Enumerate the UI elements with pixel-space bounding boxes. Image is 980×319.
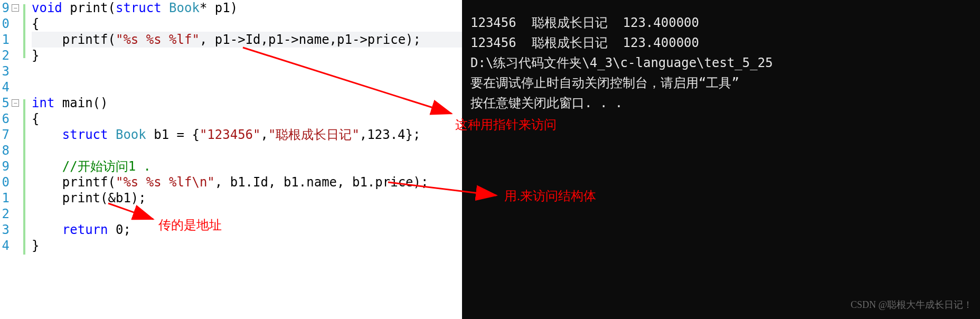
console-line: 123456 聪根成长日记 123.400000 [470,13,972,33]
code-line[interactable]: //开始访问1 . [32,158,462,174]
line-number: 4 [0,238,10,254]
line-number-gutter: 9 0 1 2 3 4 5 6 7 8 9 0 1 2 3 4 [0,0,10,319]
line-number: 2 [0,206,10,222]
console-line: D:\练习代码文件夹\4_3\c-language\test_5_25 [470,53,972,73]
code-line[interactable]: void print(struct Book* p1) [32,0,462,16]
console-line: 要在调试停止时自动关闭控制台，请启用“工具” [470,73,972,93]
code-area[interactable]: void print(struct Book* p1) { printf("%s… [32,0,462,319]
code-line[interactable]: { [32,111,462,127]
line-number: 1 [0,190,10,206]
fold-toggle-icon[interactable]: − [12,99,19,107]
code-editor[interactable]: 9 0 1 2 3 4 5 6 7 8 9 0 1 2 3 4 − − void… [0,0,462,319]
console-output[interactable]: 123456 聪根成长日记 123.400000 123456 聪根成长日记 1… [462,0,980,319]
code-line[interactable] [32,206,462,222]
line-number: 6 [0,111,10,127]
line-number: 4 [0,79,10,95]
code-line[interactable]: int main() [32,95,462,111]
fold-column: − − [12,0,27,319]
code-line[interactable]: { [32,16,462,32]
line-number: 3 [0,222,10,238]
line-number: 3 [0,63,10,79]
code-line[interactable] [32,79,462,95]
code-line[interactable]: printf("%s %s %lf\n", b1.Id, b1.name, b1… [32,174,462,190]
code-line[interactable]: struct Book b1 = {"123456","聪根成长日记",123.… [32,127,462,143]
line-number: 9 [0,0,10,16]
code-line[interactable] [32,63,462,79]
line-number: 5 [0,95,10,111]
line-number: 7 [0,127,10,143]
console-line: 123456 聪根成长日记 123.400000 [470,33,972,53]
annotation-text: 这种用指针来访问 [455,116,557,133]
line-number: 9 [0,158,10,174]
code-line[interactable]: return 0; [32,222,462,238]
code-line[interactable]: printf("%s %s %lf", p1->Id,p1->name,p1->… [32,32,462,48]
line-number: 2 [0,48,10,63]
code-line[interactable] [32,143,462,158]
fold-toggle-icon[interactable]: − [12,4,19,12]
annotation-text: 用.来访问结构体 [504,187,596,204]
code-line[interactable]: } [32,238,462,254]
line-number: 8 [0,143,10,158]
watermark-text: CSDN @聪根大牛成长日记！ [851,295,973,315]
console-line: 按任意键关闭此窗口. . . [470,93,972,113]
code-line[interactable]: print(&b1); [32,190,462,206]
line-number: 0 [0,16,10,32]
line-number: 1 [0,32,10,48]
line-number: 0 [0,174,10,190]
code-line[interactable]: } [32,48,462,63]
annotation-text: 传的是地址 [158,217,222,233]
